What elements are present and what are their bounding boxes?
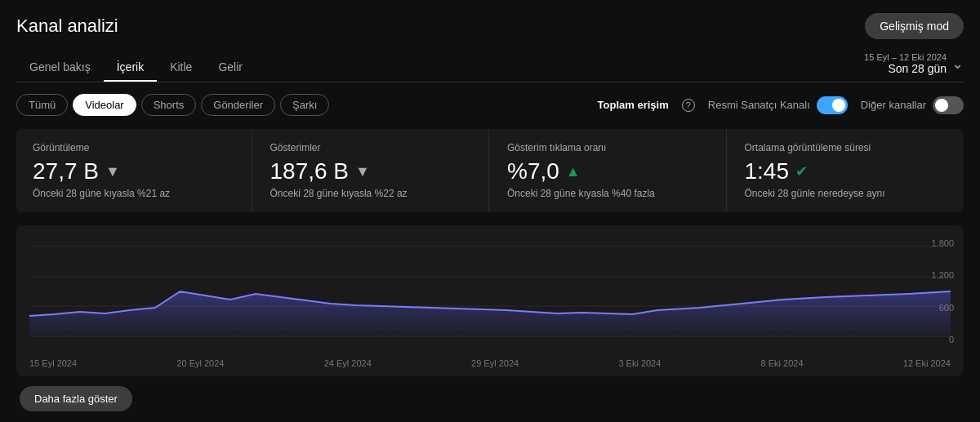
date-range-selector[interactable]: 15 Eyl – 12 Eki 2024 Son 28 gün ⌄ (864, 52, 964, 82)
down-arrow-icon-2: ▼ (355, 163, 370, 180)
chart-y-labels: 1.800 1.200 600 0 (931, 238, 954, 344)
x-label-0: 15 Eyl 2024 (29, 358, 77, 368)
y-label-0: 0 (931, 335, 954, 344)
stat-goruntuleme-change: Önceki 28 güne kıyasla %21 az (33, 188, 235, 199)
down-arrow-icon: ▼ (105, 163, 120, 180)
resmi-sanatci-toggle[interactable] (817, 96, 848, 114)
stat-tiklama-orani: Gösterim tıklama oranı %7,0 ▲ Önceki 28 … (491, 129, 727, 212)
diger-kanallar-toggle[interactable] (933, 96, 964, 114)
check-icon: ✔ (795, 162, 808, 180)
resmi-sanatci-toggle-group: Resmi Sanatçı Kanalı (708, 96, 848, 114)
date-range-small: 15 Eyl – 12 Eki 2024 (864, 52, 947, 62)
stat-goruntuleme-label: Görüntüleme (33, 142, 235, 153)
stat-gosterimler-value: 187,6 B (270, 158, 350, 184)
x-label-6: 12 Eki 2024 (903, 358, 951, 368)
tab-icerik[interactable]: İçerik (104, 54, 157, 82)
y-label-1200: 1.200 (931, 270, 954, 280)
resmi-sanatci-label: Resmi Sanatçı Kanalı (708, 99, 810, 111)
x-label-3: 29 Eyl 2024 (471, 358, 519, 368)
stat-gosterimler: Gösterimler 187,6 B ▼ Önceki 28 güne kıy… (254, 129, 490, 212)
y-label-1800: 1.800 (931, 238, 954, 248)
stat-tiklama-label: Gösterim tıklama oranı (507, 142, 710, 153)
show-more-button[interactable]: Daha fazla göster (20, 386, 132, 411)
filter-shorts[interactable]: Shorts (141, 94, 197, 116)
up-arrow-icon: ▲ (566, 163, 581, 180)
stat-goruntuleme: Görüntüleme 27,7 B ▼ Önceki 28 güne kıya… (16, 129, 252, 212)
filter-videolar[interactable]: Videolar (73, 94, 136, 116)
stat-tiklama-value: %7,0 (507, 158, 559, 184)
x-label-4: 3 Eki 2024 (618, 358, 661, 368)
chart-container: 1.800 1.200 600 0 15 Eyl 2024 20 (16, 225, 964, 376)
stat-tiklama-change: Önceki 28 güne kıyasla %40 fazla (507, 188, 710, 199)
x-label-5: 8 Eki 2024 (761, 358, 804, 368)
chart-x-labels: 15 Eyl 2024 20 Eyl 2024 24 Eyl 2024 29 E… (29, 355, 951, 368)
filter-row: Tümü Videolar Shorts Gönderiler Şarkı To… (16, 94, 964, 116)
x-label-1: 20 Eyl 2024 (176, 358, 224, 368)
stat-sure-change: Önceki 28 günle neredeyse aynı (745, 188, 948, 199)
filter-gonderiler[interactable]: Gönderiler (201, 94, 275, 116)
tab-gelir[interactable]: Gelir (205, 54, 256, 82)
diger-kanallar-label: Diğer kanallar (861, 99, 926, 111)
filter-sarki[interactable]: Şarkı (280, 94, 329, 116)
info-icon[interactable]: ? (682, 99, 695, 112)
advanced-mode-button[interactable]: Gelişmiş mod (865, 13, 964, 39)
nav-tabs-left: Genel bakış İçerik Kitle Gelir (16, 54, 256, 81)
stat-gosterimler-change: Önceki 28 güne kıyasla %22 az (270, 188, 473, 199)
footer-row: Daha fazla göster (16, 376, 964, 411)
date-range-main: Son 28 gün (888, 62, 947, 75)
stat-ortalama-sure: Ortalama görüntüleme süresi 1:45 ✔ Öncek… (728, 129, 964, 212)
tab-kitle[interactable]: Kitle (157, 54, 205, 82)
chevron-down-icon: ⌄ (951, 55, 964, 73)
diger-kanallar-toggle-group: Diğer kanallar (861, 96, 964, 114)
y-label-600: 600 (931, 303, 954, 313)
stat-sure-label: Ortalama görüntüleme süresi (745, 142, 948, 153)
stat-goruntuleme-value: 27,7 B (33, 158, 99, 184)
page-title: Kanal analizi (16, 16, 118, 37)
toplam-erisim-label: Toplam erişim (598, 99, 669, 111)
stat-sure-value: 1:45 (745, 158, 790, 184)
stats-row: Görüntüleme 27,7 B ▼ Önceki 28 güne kıya… (16, 129, 964, 212)
filter-tumu[interactable]: Tümü (16, 94, 68, 116)
nav-tabs: Genel bakış İçerik Kitle Gelir 15 Eyl – … (16, 52, 964, 82)
page-header: Kanal analizi Gelişmiş mod (16, 13, 964, 39)
chart-svg (29, 238, 951, 353)
tab-genel-bakis[interactable]: Genel bakış (16, 54, 104, 82)
stat-gosterimler-label: Gösterimler (270, 142, 473, 153)
filter-tabs: Tümü Videolar Shorts Gönderiler Şarkı (16, 94, 329, 116)
x-label-2: 24 Eyl 2024 (324, 358, 372, 368)
filter-right: Toplam erişim ? Resmi Sanatçı Kanalı Diğ… (598, 96, 964, 114)
